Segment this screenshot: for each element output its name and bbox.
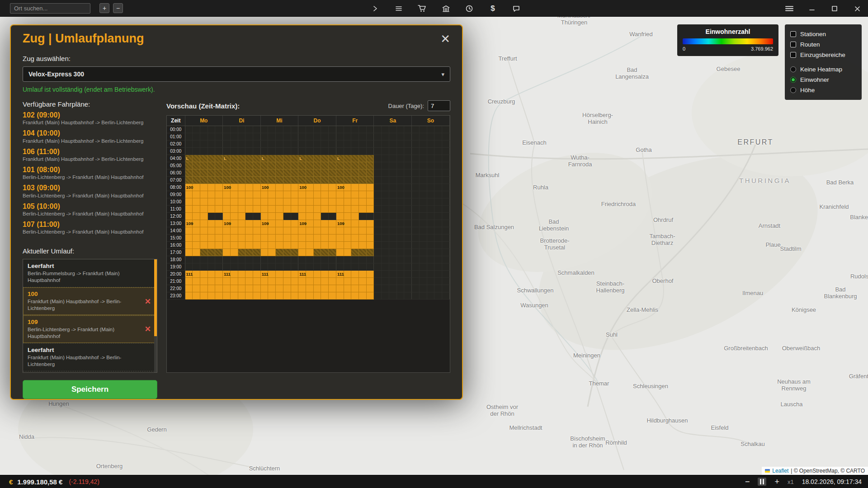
chevron-right-icon[interactable] [370, 3, 381, 14]
matrix-cell [442, 220, 449, 227]
scrollbar-thumb[interactable] [154, 259, 157, 336]
fahrplan-item[interactable]: 102 (09:00)Frankfurt (Main) Hauptbahnhof… [23, 111, 157, 126]
speed-indicator: x1 [788, 479, 794, 485]
matrix-cell [366, 155, 374, 162]
umlauf-item[interactable]: 100Frankfurt (Main) Hauptbahnhof -> Berl… [23, 287, 157, 315]
layer-toggle[interactable]: Routen [790, 39, 856, 50]
umlauf-item[interactable]: LeerfahrtFrankfurt (Main) Hauptbahnhof -… [23, 343, 157, 371]
matrix-cell [351, 198, 359, 205]
matrix-cell [313, 191, 321, 198]
chat-icon[interactable] [511, 3, 522, 14]
duration-input[interactable] [428, 100, 450, 111]
matrix-cell [260, 249, 268, 256]
train-select[interactable]: Velox-Express 300 ▾ [23, 66, 450, 82]
zoom-out-button[interactable]: − [113, 3, 123, 13]
matrix-cell [396, 155, 404, 162]
matrix-cell [389, 241, 396, 249]
matrix-cell [268, 169, 276, 176]
matrix-cell [344, 212, 351, 220]
matrix-cell [434, 249, 442, 256]
checkbox-icon[interactable] [790, 31, 796, 37]
train-select-label: Zug auswählen: [23, 55, 450, 62]
matrix-cell [185, 234, 193, 241]
heatmap-radio[interactable]: Einwohner [790, 75, 856, 85]
menu-icon[interactable] [393, 3, 404, 14]
matrix-cell [185, 169, 193, 176]
save-button[interactable]: Speichern [23, 380, 157, 399]
matrix-time-label: 09:00 [167, 191, 185, 198]
matrix-cell: 111 [298, 270, 306, 277]
matrix-cell [396, 126, 404, 133]
speed-up-button[interactable]: + [774, 478, 779, 486]
fahrplan-item[interactable]: 104 (10:00)Frankfurt (Main) Hauptbahnhof… [23, 129, 157, 144]
matrix-cell [336, 198, 344, 205]
matrix-cell [283, 183, 291, 191]
matrix-cell [276, 147, 283, 155]
matrix-cell [389, 270, 396, 277]
checkbox-icon[interactable] [790, 52, 796, 58]
maximize-icon[interactable] [829, 3, 840, 14]
remove-trip-button[interactable]: ✕ [145, 324, 151, 334]
fahrplan-item[interactable]: 101 (08:00)Berlin-Lichtenberg -> Frankfu… [23, 166, 157, 181]
matrix-cell [193, 176, 200, 183]
matrix-cell [200, 227, 208, 234]
clock-icon[interactable] [464, 3, 475, 14]
zoom-in-button[interactable]: + [99, 3, 109, 13]
umlauf-item-route: Frankfurt (Main) Hauptbahnhof -> Berlin-… [28, 298, 145, 312]
matrix-cell [359, 277, 367, 285]
matrix-time-label: 00:00 [167, 126, 185, 133]
close-icon[interactable] [852, 3, 863, 14]
fahrplaene-title: Verfügbare Fahrpläne: [23, 100, 157, 108]
matrix-cell [313, 249, 321, 256]
matrix-cell: 100 [185, 183, 193, 191]
pause-button[interactable] [758, 478, 766, 486]
dialog-close-button[interactable]: ✕ [440, 33, 450, 45]
app-menu-icon[interactable] [784, 3, 795, 14]
heatmap-radio[interactable]: Höhe [790, 85, 856, 95]
legend-max: 3.769.962 [751, 46, 773, 52]
matrix-cell [283, 140, 291, 147]
fahrplan-item[interactable]: 105 (10:00)Berlin-Lichtenberg -> Frankfu… [23, 202, 157, 217]
matrix-cell [396, 183, 404, 191]
matrix-cell [427, 205, 434, 212]
matrix-cell [276, 133, 283, 140]
finance-icon[interactable]: $ [487, 3, 498, 14]
cart-icon[interactable] [417, 3, 428, 14]
matrix-trip-label: 100 [337, 185, 344, 190]
speed-down-button[interactable]: − [745, 478, 750, 486]
matrix-cell [268, 212, 276, 220]
matrix-cell [374, 285, 382, 292]
fahrplan-item[interactable]: 106 (11:00)Frankfurt (Main) Hauptbahnhof… [23, 148, 157, 163]
matrix-cell [223, 147, 231, 155]
matrix-cell [230, 126, 238, 133]
matrix-cell [268, 133, 276, 140]
matrix-cell [412, 183, 420, 191]
search-input[interactable] [10, 3, 90, 14]
umlauf-item[interactable]: 109Berlin-Lichtenberg -> Frankfurt (Main… [23, 315, 157, 343]
matrix-cell [260, 205, 268, 212]
matrix-time-label: 16:00 [167, 241, 185, 249]
matrix-cell [374, 263, 382, 270]
matrix-cell [238, 155, 245, 162]
radio-icon[interactable] [790, 66, 796, 72]
layer-toggle[interactable]: Stationen [790, 29, 856, 39]
fahrplan-item[interactable]: 103 (09:00)Berlin-Lichtenberg -> Frankfu… [23, 184, 157, 199]
checkbox-icon[interactable] [790, 42, 796, 47]
matrix-cell [321, 249, 329, 256]
layer-toggle[interactable]: Einzugsbereiche [790, 50, 856, 60]
remove-trip-button[interactable]: ✕ [145, 296, 151, 306]
minimize-icon[interactable] [807, 3, 817, 14]
leaflet-link[interactable]: Leaflet [772, 468, 788, 474]
radio-icon[interactable] [790, 87, 796, 93]
heatmap-radio[interactable]: Keine Heatmap [790, 64, 856, 75]
matrix-cell [245, 212, 253, 220]
dialog-header[interactable]: Zug | Umlaufplanung ✕ [11, 25, 462, 50]
fahrplan-item[interactable]: 107 (11:00)Berlin-Lichtenberg -> Frankfu… [23, 221, 157, 235]
matrix-cell [412, 126, 420, 133]
umlauf-scrollbar[interactable] [154, 259, 157, 372]
matrix-cell [245, 220, 253, 227]
building-icon[interactable] [440, 3, 451, 14]
umlauf-item[interactable]: LeerfahrtBerlin-Rummelsburg -> Frankfurt… [23, 259, 157, 287]
matrix-cell [351, 169, 359, 176]
radio-icon[interactable] [790, 77, 796, 83]
